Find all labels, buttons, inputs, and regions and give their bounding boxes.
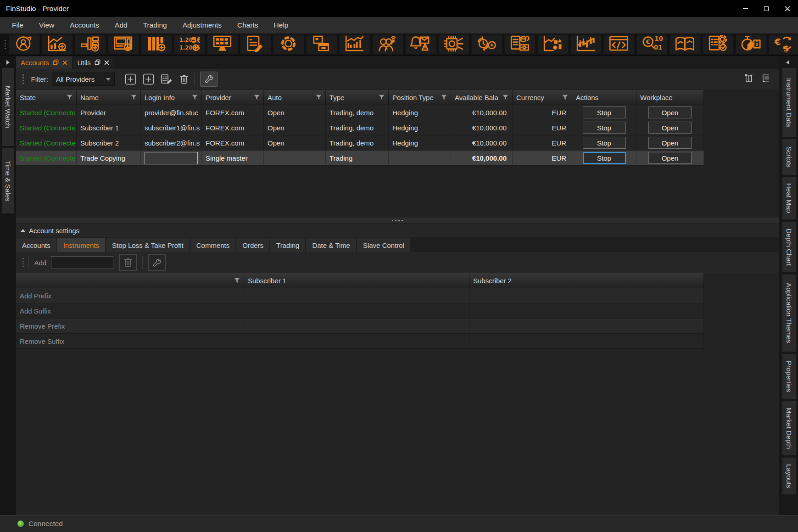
- table-row[interactable]: Started (Connected)Trade CopyingSingle m…: [16, 151, 704, 166]
- menu-item-help[interactable]: Help: [266, 17, 296, 34]
- minimize-button[interactable]: [735, 0, 756, 17]
- column-header-name[interactable]: Name: [77, 90, 141, 105]
- column-header-login-info[interactable]: Login Info: [141, 90, 202, 105]
- toolbar-button-scheduler[interactable]: [471, 34, 502, 55]
- toolbar-button-windows[interactable]: [306, 34, 337, 55]
- sidebar-tab-market-watch[interactable]: Market Watch: [2, 68, 14, 146]
- filter-icon[interactable]: [438, 95, 447, 100]
- column-header-auto[interactable]: Auto: [264, 90, 326, 105]
- account-settings-header[interactable]: Account settings: [16, 224, 779, 237]
- sidebar-tab-market-depth[interactable]: Market Depth: [782, 401, 796, 455]
- filter-icon[interactable]: [313, 95, 322, 100]
- sidebar-tab-depth-chart[interactable]: Depth Chart: [782, 222, 796, 272]
- sidebar-tab-application-themes[interactable]: Application Themes: [782, 274, 796, 352]
- sidebar-tab-properties[interactable]: Properties: [782, 354, 796, 399]
- doc-tab-utils[interactable]: Utils: [73, 56, 114, 69]
- account-tools-button[interactable]: [200, 72, 218, 87]
- toolbar-button-chart-shapes[interactable]: [537, 34, 569, 55]
- toolbar-button-edit-note[interactable]: [240, 34, 271, 55]
- doc-tab-accounts[interactable]: Accounts: [16, 56, 72, 69]
- open-workplace-button[interactable]: Open: [648, 106, 692, 118]
- instrument-tools-button[interactable]: [148, 254, 166, 271]
- menu-item-trading[interactable]: Trading: [135, 17, 175, 34]
- table-row[interactable]: Started (Connected)Subscriber 2subscribe…: [16, 135, 704, 151]
- column-header-state[interactable]: State: [16, 90, 77, 105]
- toolbar-button-add-panel[interactable]: [75, 34, 106, 55]
- toolbar-button-grid-monitor[interactable]: [207, 34, 238, 55]
- delete-account-button[interactable]: [179, 74, 189, 84]
- column-header-currency[interactable]: Currency: [513, 90, 572, 105]
- table-row[interactable]: Add Suffix: [16, 303, 704, 319]
- menu-item-adjustments[interactable]: Adjustments: [175, 17, 229, 34]
- toolbar-button-code-window[interactable]: [603, 34, 635, 55]
- add-instrument-input[interactable]: [51, 256, 113, 269]
- sidebar-tab-layouts[interactable]: Layouts: [782, 458, 796, 494]
- toolbar-button-candlestick-chart[interactable]: [570, 34, 602, 55]
- window-restore-icon[interactable]: [95, 59, 100, 67]
- toolbar-button-search-binary[interactable]: €101010: [636, 34, 668, 55]
- settings-tab-date-time[interactable]: Date & Time: [306, 238, 356, 252]
- table-row[interactable]: Remove Suffix: [16, 334, 704, 349]
- instruments-toolbar-grip[interactable]: [22, 258, 24, 268]
- expand-left-rail-icon[interactable]: [6, 60, 10, 65]
- sidebar-tab-time-sales[interactable]: Time & Sales: [2, 148, 14, 213]
- menu-item-add[interactable]: Add: [107, 17, 135, 34]
- filter-icon[interactable]: [500, 95, 508, 100]
- filter-icon[interactable]: [251, 95, 260, 100]
- close-tab-icon[interactable]: [62, 60, 67, 65]
- column-header-cell[interactable]: [16, 273, 244, 288]
- toolbar-button-alerts[interactable]: [405, 34, 436, 55]
- add-account-button[interactable]: [125, 73, 136, 85]
- toolbar-button-user-sync[interactable]: [9, 34, 40, 55]
- toolbar-button-add-quote[interactable]: 1.203561.2035: [174, 34, 205, 55]
- filter-icon[interactable]: [128, 95, 137, 100]
- toolbar-button-settings-gear[interactable]: [273, 34, 304, 55]
- column-header-available-bala[interactable]: Available Bala: [451, 90, 513, 105]
- settings-tab-trading[interactable]: Trading: [270, 238, 305, 252]
- add-connection-button[interactable]: [143, 73, 154, 85]
- login-editor-input[interactable]: [145, 152, 198, 164]
- stop-button[interactable]: Stop: [583, 152, 626, 164]
- table-row[interactable]: Started (Connected)Subscriber 1subscribe…: [16, 120, 704, 135]
- column-chooser-button[interactable]: [744, 73, 754, 85]
- open-workplace-button[interactable]: Open: [648, 137, 692, 149]
- sidebar-tab-heat-map[interactable]: Heat Map: [782, 177, 796, 219]
- group-panel-button[interactable]: [761, 73, 771, 85]
- column-header-actions[interactable]: Actions: [572, 90, 636, 105]
- toolbar-button-book-chart[interactable]: [670, 34, 701, 55]
- table-row[interactable]: Add Prefix: [16, 288, 704, 303]
- close-button[interactable]: [777, 0, 798, 17]
- menu-item-charts[interactable]: Charts: [229, 17, 266, 34]
- window-restore-icon[interactable]: [53, 59, 59, 67]
- toolbar-button-currency-exchange[interactable]: €$: [769, 34, 798, 55]
- settings-tab-orders[interactable]: Orders: [236, 238, 269, 252]
- splitter-handle[interactable]: [16, 218, 779, 224]
- toolbar-button-reports-money[interactable]: [504, 34, 536, 55]
- settings-tab-stop-loss-take-profit[interactable]: Stop Loss & Take Profit: [106, 238, 190, 252]
- toolbar-button-chip-gear[interactable]: [438, 34, 469, 55]
- column-header-position-type[interactable]: Position Type: [389, 90, 451, 105]
- filter-icon[interactable]: [231, 278, 240, 283]
- settings-tab-accounts[interactable]: Accounts: [16, 238, 56, 252]
- provider-filter-dropdown[interactable]: All Providers: [52, 73, 115, 86]
- open-workplace-button[interactable]: Open: [648, 122, 692, 134]
- menu-item-file[interactable]: File: [4, 17, 31, 34]
- toolbar-button-add-chart[interactable]: [42, 34, 73, 55]
- settings-tab-slave-control[interactable]: Slave Control: [357, 238, 410, 252]
- filter-icon[interactable]: [376, 95, 385, 100]
- toolbar-button-analytics-chart[interactable]: [339, 34, 370, 55]
- menu-item-view[interactable]: View: [31, 17, 62, 34]
- delete-instrument-button[interactable]: [119, 254, 137, 271]
- settings-tab-instruments[interactable]: Instruments: [57, 238, 105, 252]
- toolbar-button-add-layout[interactable]: [108, 34, 139, 55]
- stop-button[interactable]: Stop: [583, 106, 626, 118]
- sidebar-tab-instrument-data[interactable]: Instrument Data: [782, 68, 796, 137]
- toolbar-button-checklist-gear[interactable]: [703, 34, 734, 55]
- filter-icon[interactable]: [189, 95, 198, 100]
- maximize-button[interactable]: [756, 0, 777, 17]
- settings-tab-comments[interactable]: Comments: [190, 238, 236, 252]
- column-header-workplace[interactable]: Workplace: [636, 90, 704, 105]
- column-header-provider[interactable]: Provider: [202, 90, 264, 105]
- toolbar-button-add-columns[interactable]: [141, 34, 172, 55]
- stop-button[interactable]: Stop: [583, 137, 626, 149]
